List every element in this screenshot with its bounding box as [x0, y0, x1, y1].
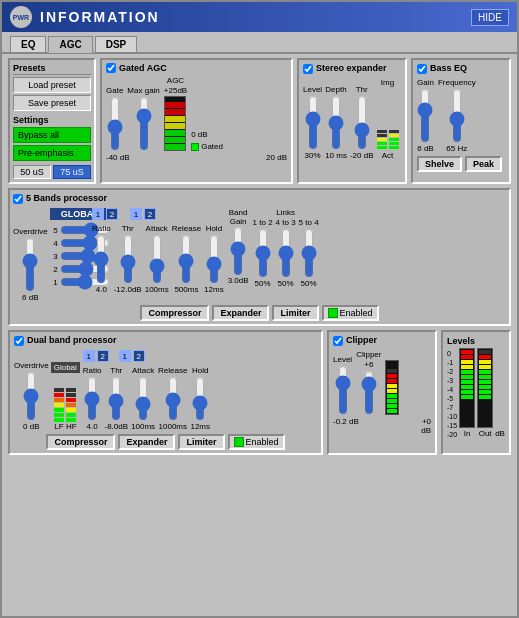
- db-band-1b[interactable]: 1: [119, 350, 131, 362]
- db-overdrive-label: Overdrive: [14, 361, 49, 370]
- band-select-1b[interactable]: 1: [130, 208, 142, 220]
- db-overdrive-slider[interactable]: [23, 371, 39, 421]
- gate-slider[interactable]: [107, 96, 123, 151]
- power-logo: PWR: [10, 6, 32, 28]
- gated-led: [191, 143, 199, 151]
- tab-eq[interactable]: EQ: [10, 36, 46, 52]
- dual-band-label: Dual band processor: [27, 335, 117, 345]
- band-select-2[interactable]: 2: [106, 208, 118, 220]
- peak-button[interactable]: Peak: [465, 156, 502, 172]
- clip-level-slider[interactable]: [335, 365, 351, 415]
- db-release-slider[interactable]: [165, 376, 181, 421]
- app-title: INFORMATION: [40, 9, 471, 25]
- plus20db-label: 20 dB: [266, 153, 287, 162]
- lvl-5: -5: [447, 395, 457, 402]
- se-depth-slider[interactable]: [328, 95, 344, 150]
- se-thr-val: -20 dB: [350, 151, 374, 160]
- db-lim-button[interactable]: Limiter: [178, 434, 224, 450]
- band-select-1[interactable]: 1: [92, 208, 104, 220]
- db-exp-button[interactable]: Expander: [118, 434, 175, 450]
- thr-slider[interactable]: [120, 234, 136, 284]
- db-hold-slider[interactable]: [192, 376, 208, 421]
- se-act-meter: [389, 89, 399, 149]
- band-1-num: 1: [50, 278, 58, 287]
- band-5-num: 5: [50, 226, 58, 235]
- five-bands-enabled-button[interactable]: Enabled: [322, 305, 379, 321]
- five-bands-label: 5 Bands processor: [26, 193, 107, 203]
- clipper-checkbox[interactable]: [333, 336, 343, 346]
- stereo-exp-checkbox[interactable]: [303, 64, 313, 74]
- link5to4-slider[interactable]: [301, 228, 317, 278]
- hide-button[interactable]: HIDE: [471, 9, 509, 26]
- se-level-val: 30%: [305, 151, 321, 160]
- time-75us-button[interactable]: 75 uS: [53, 165, 91, 179]
- time-50us-button[interactable]: 50 uS: [13, 165, 51, 179]
- gated-agc-checkbox[interactable]: [106, 63, 116, 73]
- db-attack-label: Attack: [132, 366, 154, 375]
- db-enabled-button[interactable]: Enabled: [228, 434, 285, 450]
- link4to3-slider[interactable]: [278, 228, 294, 278]
- se-level-label: Level: [303, 85, 322, 94]
- hf-label: HF: [66, 422, 77, 431]
- shelve-button[interactable]: Shelve: [417, 156, 462, 172]
- hold-val: 12ms: [204, 285, 224, 294]
- db-thr-slider[interactable]: [108, 376, 124, 421]
- se-level-slider[interactable]: [305, 95, 321, 150]
- save-preset-button[interactable]: Save preset: [13, 95, 91, 111]
- band-gain-slider[interactable]: [230, 226, 246, 276]
- se-thr-label: Thr: [356, 85, 368, 94]
- se-thr-slider[interactable]: [354, 95, 370, 150]
- clipper-main-slider[interactable]: [361, 370, 377, 415]
- db-ratio-slider[interactable]: [84, 376, 100, 421]
- release-slider[interactable]: [178, 234, 194, 284]
- bass-eq-checkbox[interactable]: [417, 64, 427, 74]
- db-hold-val: 12ms: [190, 422, 210, 431]
- se-img-label: Img: [381, 78, 394, 87]
- attack-label: Attack: [146, 224, 168, 233]
- db-comp-button[interactable]: Compressor: [46, 434, 115, 450]
- load-preset-button[interactable]: Load preset: [13, 77, 91, 93]
- link1to2-slider[interactable]: [255, 228, 271, 278]
- settings-label: Settings: [13, 115, 91, 125]
- global-section: Overdrive 6 dB GLOBAL 5: [13, 208, 88, 302]
- pre-emphasis-button[interactable]: Pre-emphasis: [13, 145, 91, 161]
- clipper-label: Clipper: [346, 335, 377, 345]
- attack-val: 100ms: [145, 285, 169, 294]
- five-bands-checkbox[interactable]: [13, 194, 23, 204]
- maxgain-slider[interactable]: [136, 96, 152, 151]
- five-bands-exp-button[interactable]: Expander: [212, 305, 269, 321]
- band-select-2b[interactable]: 2: [144, 208, 156, 220]
- plus25db-label: +25dB: [164, 86, 187, 95]
- hold-slider[interactable]: [206, 234, 222, 284]
- db-attack-slider[interactable]: [135, 376, 151, 421]
- db-band-2[interactable]: 2: [97, 350, 109, 362]
- beq-freq-slider[interactable]: [449, 88, 465, 143]
- bypass-all-button[interactable]: Bypass all: [13, 127, 91, 143]
- ratio-slider[interactable]: [93, 234, 109, 284]
- beq-gain-slider[interactable]: [417, 88, 433, 143]
- tab-agc[interactable]: AGC: [48, 36, 92, 53]
- five-bands-lim-button[interactable]: Limiter: [272, 305, 318, 321]
- title-bar: PWR INFORMATION HIDE: [2, 2, 517, 32]
- db-release-label: Release: [158, 366, 187, 375]
- five-bands-comp-button[interactable]: Compressor: [140, 305, 209, 321]
- overdrive-val: 6 dB: [22, 293, 38, 302]
- dual-band-panel: Dual band processor Overdrive 0 dB Globa…: [8, 330, 323, 455]
- link2-val: 50%: [278, 279, 294, 288]
- attack-slider[interactable]: [149, 234, 165, 284]
- dual-band-checkbox[interactable]: [14, 336, 24, 346]
- agc-label: AGC: [167, 76, 184, 85]
- se-depth-label: Depth: [325, 85, 346, 94]
- db-band-2b[interactable]: 2: [133, 350, 145, 362]
- gated-agc-label: Gated AGC: [119, 63, 167, 73]
- db-ratio-val: 4.0: [87, 422, 98, 431]
- tab-dsp[interactable]: DSP: [95, 36, 138, 52]
- time-buttons: 50 uS 75 uS: [13, 165, 91, 179]
- band-4-num: 4: [50, 239, 58, 248]
- band-2-num: 2: [50, 265, 58, 274]
- overdrive-slider[interactable]: [22, 237, 38, 292]
- lvl-7: -7: [447, 404, 457, 411]
- lf-label: LF: [54, 422, 63, 431]
- db-band-1[interactable]: 1: [83, 350, 95, 362]
- beq-gain-label: Gain: [417, 78, 434, 87]
